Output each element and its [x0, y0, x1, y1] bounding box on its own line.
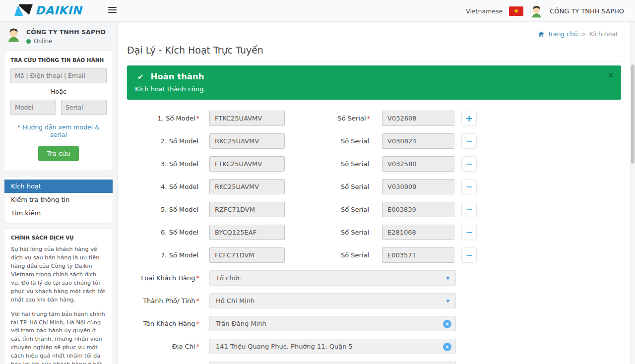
model-serial-guide-link[interactable]: * Hướng dẫn xem model & serial: [10, 123, 107, 138]
model-label: 6. Số Model: [161, 229, 198, 236]
city-label: Thành Phố/ Tỉnh: [143, 297, 195, 304]
remove-row-button[interactable]: −: [461, 133, 477, 149]
online-status-icon: [26, 39, 31, 44]
serial-search-input[interactable]: [61, 100, 107, 115]
required-mark: *: [196, 115, 200, 122]
city-row: Thành Phố/ Tỉnh* Hồ Chí Minh ▾: [127, 293, 621, 308]
customer-name-row: Tên Khách Hàng* Trần Đăng Minh ×: [127, 316, 621, 331]
scrollbar-thumb[interactable]: [631, 64, 635, 164]
policy-paragraph-1: Sự hài lòng của khách hàng về dịch vụ sa…: [11, 245, 106, 304]
search-panel-title: TRA CỨU THÔNG TIN BẢO HÀNH: [10, 57, 107, 63]
breadcrumb-separator: >: [581, 30, 586, 38]
serial-input[interactable]: [382, 133, 454, 149]
search-button[interactable]: Tra cứu: [38, 146, 78, 161]
warranty-search-panel: TRA CỨU THÔNG TIN BẢO HÀNH Hoặc * Hướng …: [4, 51, 113, 171]
sidebar-item-kich-hoat[interactable]: Kích hoạt: [4, 180, 113, 193]
serial-input[interactable]: [382, 225, 454, 240]
city-select[interactable]: Hồ Chí Minh ▾: [209, 293, 456, 308]
required-mark: *: [367, 115, 371, 122]
model-input[interactable]: [209, 225, 285, 240]
hamburger-menu-icon[interactable]: [108, 7, 117, 14]
model-input[interactable]: [209, 111, 285, 126]
serial-input[interactable]: [382, 111, 454, 126]
vietnam-flag-icon[interactable]: ★: [509, 6, 523, 16]
or-label: Hoặc: [10, 88, 107, 95]
plus-icon: +: [465, 113, 473, 123]
breadcrumb-current: Kích hoạt: [589, 30, 618, 38]
minus-icon: −: [466, 205, 472, 214]
service-policy-panel: CHÍNH SÁCH DỊCH VỤ Sự hài lòng của khách…: [4, 228, 113, 364]
model-label: 4. Số Model: [161, 183, 198, 190]
vertical-scrollbar[interactable]: [630, 22, 635, 364]
model-serial-row-7: 7. Số Model Số Serial −: [127, 247, 621, 263]
model-input[interactable]: [209, 247, 285, 263]
page-title: Đại Lý - Kích Hoạt Trực Tuyến: [127, 45, 621, 61]
sidebar-user-name: CÔNG TY TNHH SAPHO: [26, 27, 106, 36]
model-label: 3. Số Model: [161, 160, 198, 168]
chevron-down-icon: ▾: [446, 297, 449, 304]
home-icon: [538, 31, 545, 37]
remove-row-button[interactable]: −: [461, 156, 477, 172]
model-serial-row-2: 2. Số Model Số Serial −: [127, 133, 621, 149]
minus-icon: −: [466, 136, 472, 146]
policy-title: CHÍNH SÁCH DỊCH VỤ: [11, 235, 106, 241]
model-input[interactable]: [209, 179, 285, 194]
address-input[interactable]: 141 Triệu Quang Phục, Phường 11, Quận 5 …: [209, 339, 456, 354]
remove-row-button[interactable]: −: [461, 225, 477, 240]
model-label: 2. Số Model: [161, 137, 198, 145]
serial-label: Số Serial: [341, 183, 369, 190]
remove-row-button[interactable]: −: [461, 247, 477, 263]
sidebar-item-tim-kiem[interactable]: Tìm kiếm: [4, 206, 113, 220]
alert-message: Kích hoạt thành công.: [135, 85, 613, 93]
clear-field-icon[interactable]: ×: [443, 343, 451, 351]
daikin-logo-icon: [14, 3, 33, 18]
header-avatar[interactable]: [530, 4, 543, 18]
serial-label: Số Serial: [341, 229, 369, 236]
remove-row-button[interactable]: −: [461, 179, 477, 194]
breadcrumb: Trang chủ > Kích hoạt: [538, 30, 618, 38]
customer-type-label: Loại Khách Hàng: [141, 274, 195, 282]
main-content: Trang chủ > Kích hoạt Đại Lý - Kích Hoạt…: [118, 22, 635, 364]
model-input[interactable]: [209, 133, 285, 149]
model-label: 1. Số Model: [158, 115, 195, 122]
model-serial-row-3: 3. Số Model Số Serial −: [127, 156, 621, 172]
policy-paragraph-2: Với hai trung tâm bảo hành chính tại TP.…: [11, 310, 106, 364]
check-icon: ✔: [137, 72, 144, 81]
serial-label: Số Serial: [341, 160, 369, 168]
alert-close-icon[interactable]: ×: [607, 71, 614, 79]
remove-row-button[interactable]: −: [461, 202, 477, 217]
sidebar-user-panel: CÔNG TY TNHH SAPHO Online: [0, 22, 117, 49]
sidebar-menu: Kích hoạt Kiểm tra thông tin Tìm kiếm: [4, 176, 113, 223]
serial-input[interactable]: [382, 202, 454, 217]
serial-input[interactable]: [382, 179, 454, 194]
language-label[interactable]: Vietnamese: [466, 7, 503, 15]
address-label: Địa Chỉ: [172, 343, 195, 350]
sidebar-avatar: [6, 27, 21, 42]
clear-field-icon[interactable]: ×: [443, 320, 451, 328]
next-field-row-partial: [127, 362, 621, 364]
minus-icon: −: [466, 182, 472, 191]
serial-input[interactable]: [382, 247, 454, 263]
sidebar-item-kiem-tra-thong-tin[interactable]: Kiểm tra thông tin: [4, 193, 113, 206]
minus-icon: −: [466, 250, 472, 260]
customer-type-select[interactable]: Tổ chức ▾: [209, 270, 456, 286]
add-row-button[interactable]: +: [461, 111, 477, 126]
breadcrumb-home-link[interactable]: Trang chủ: [548, 30, 578, 38]
daikin-logo[interactable]: DAIKIN: [14, 3, 82, 18]
customer-type-row: Loại Khách Hàng* Tổ chức ▾: [127, 270, 621, 286]
minus-icon: −: [466, 228, 472, 237]
brand-name: DAIKIN: [35, 4, 82, 17]
serial-label: Số Serial: [341, 137, 369, 145]
model-input[interactable]: [209, 202, 285, 217]
next-field-input[interactable]: [209, 362, 456, 364]
sidebar: CÔNG TY TNHH SAPHO Online TRA CỨU THÔNG …: [0, 22, 118, 364]
serial-input[interactable]: [382, 156, 454, 172]
alert-title: Hoàn thành: [151, 72, 204, 81]
success-alert: ✔ Hoàn thành Kích hoạt thành công. ×: [127, 65, 621, 100]
customer-name-input[interactable]: Trần Đăng Minh ×: [209, 316, 456, 331]
model-search-input[interactable]: [10, 100, 56, 115]
code-phone-email-input[interactable]: [10, 68, 107, 83]
model-input[interactable]: [209, 156, 285, 172]
header-user-name[interactable]: CÔNG TY TNHH SAPHO: [550, 7, 624, 15]
model-serial-row-6: 6. Số Model Số Serial −: [127, 225, 621, 240]
